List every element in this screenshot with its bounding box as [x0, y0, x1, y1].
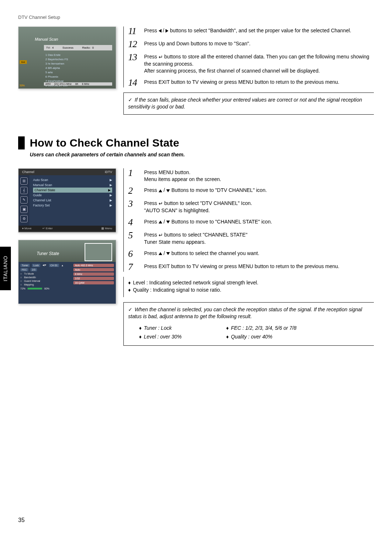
step-14: 14 Press EXIT button to TV viewing or pr…	[128, 78, 374, 87]
chevron-right-icon: ▶	[110, 183, 112, 187]
up-arrow-icon	[159, 189, 162, 192]
top-section: Manual Scan TV: 4 Success Radio: 0 Exit …	[18, 26, 374, 122]
down-arrow-icon	[166, 221, 170, 223]
enter-icon: ↵	[159, 200, 163, 207]
shot3-pip	[85, 243, 112, 261]
left-arrow-icon	[159, 29, 162, 33]
chevron-right-icon: ▶	[108, 188, 111, 192]
shot1-exit-badge: Exit	[20, 60, 27, 64]
language-tab: ITALIANO	[0, 247, 11, 290]
note-bottom: When the channel is selected, you can ch…	[123, 302, 374, 346]
chevron-right-icon: ▶	[110, 204, 112, 207]
right-arrow-icon	[166, 29, 168, 33]
pip-icon: ▣	[20, 206, 28, 213]
step-13: 13 Press ↵ buttons to store all the ente…	[128, 53, 374, 74]
step-7: 7 Press EXIT button to TV viewing or pre…	[128, 262, 374, 272]
menu-items: Auto Scan▶ Manual Scan▶ Channel State▶ G…	[29, 175, 116, 226]
step-1: 1 Press MENU button. Menu items appear o…	[128, 168, 374, 183]
tv-icon: ⊞	[20, 177, 28, 185]
music-icon: 𝄞	[20, 187, 28, 194]
shot1-bar: TV: 4 Success Radio: 0	[44, 45, 112, 50]
top-left: Manual Scan TV: 4 Success Radio: 0 Exit …	[18, 26, 116, 122]
step-2: 2 Press / Buttons to move to "DTV CHANNE…	[128, 186, 374, 196]
shot1-footer: ARD [21] 474.1 MHz 8K 8 MHz	[44, 82, 112, 86]
shot3-title: Tuner State	[37, 251, 59, 256]
down-arrow-icon	[166, 189, 170, 192]
bottom-left: Channel iDTV ⊞ 𝄞 ✎ ▣ ⚙ Auto Scan▶ Manual…	[18, 168, 116, 353]
up-arrow-icon	[159, 252, 162, 255]
screenshot-channel-menu: Channel iDTV ⊞ 𝄞 ✎ ▣ ⚙ Auto Scan▶ Manual…	[18, 168, 116, 233]
page-header: DTV Channel Setup	[18, 15, 374, 20]
head-bar	[18, 136, 25, 149]
chevron-right-icon: ▶	[110, 198, 112, 202]
chevron-right-icon: ▶	[110, 193, 112, 197]
enter-icon: ↵	[159, 54, 163, 61]
step-12: 12 Press Up and Down buttons to move to …	[128, 40, 374, 49]
manual-page: DTV Channel Setup Manual Scan TV: 4 Succ…	[0, 0, 392, 538]
screenshot-manual-scan: Manual Scan TV: 4 Success Radio: 0 Exit …	[18, 26, 116, 89]
section-subtitle: Users can check parameters of certain ch…	[30, 152, 374, 157]
shot1-level: 50%	[20, 84, 25, 87]
definition-bullets: ♦Level : Indicating selected network sig…	[123, 277, 374, 297]
enter-icon: ↵	[159, 232, 163, 239]
step-6: 6 Press / buttons to select the channel …	[128, 249, 374, 259]
steps-top: 11 Press / buttons to select "Bandwidth"…	[123, 26, 374, 87]
step-3: 3 Press ↵ button to select "DTV CHANNEL"…	[128, 199, 374, 214]
screenshot-tuner-state: Tuner State Tuner Lock ◀▼ CH 01 ▲ FEC	[18, 240, 116, 304]
up-arrow-icon	[159, 221, 162, 223]
down-arrow-icon	[166, 252, 170, 255]
section-title: How to Check Channel State	[30, 137, 179, 149]
bottom-section: Channel iDTV ⊞ 𝄞 ✎ ▣ ⚙ Auto Scan▶ Manual…	[18, 168, 374, 353]
shot1-title: Manual Scan	[35, 37, 58, 41]
menu-icons: ⊞ 𝄞 ✎ ▣ ⚙	[19, 175, 29, 226]
chevron-right-icon: ▶	[110, 178, 112, 182]
gear-icon: ⚙	[20, 215, 28, 222]
step-11: 11 Press / buttons to select "Bandwidth"…	[128, 26, 374, 36]
note-top: If the scan fails, please check whether …	[123, 93, 374, 115]
bottom-right: 1 Press MENU button. Menu items appear o…	[123, 168, 374, 353]
page-number: 35	[18, 517, 25, 523]
step-4: 4 Press / Buttons to move to "CHANNEL ST…	[128, 218, 374, 227]
section-head: How to Check Channel State	[18, 136, 374, 149]
step-5: 5 Press ↵ buttons to select "CHANNEL STA…	[128, 231, 374, 246]
top-right: 11 Press / buttons to select "Bandwidth"…	[123, 26, 374, 122]
tools-icon: ✎	[20, 196, 28, 204]
steps-bottom: 1 Press MENU button. Menu items appear o…	[123, 168, 374, 272]
spec-columns: ♦Tuner : Lock ♦Level : over 30% ♦FEC : 1…	[128, 325, 369, 342]
